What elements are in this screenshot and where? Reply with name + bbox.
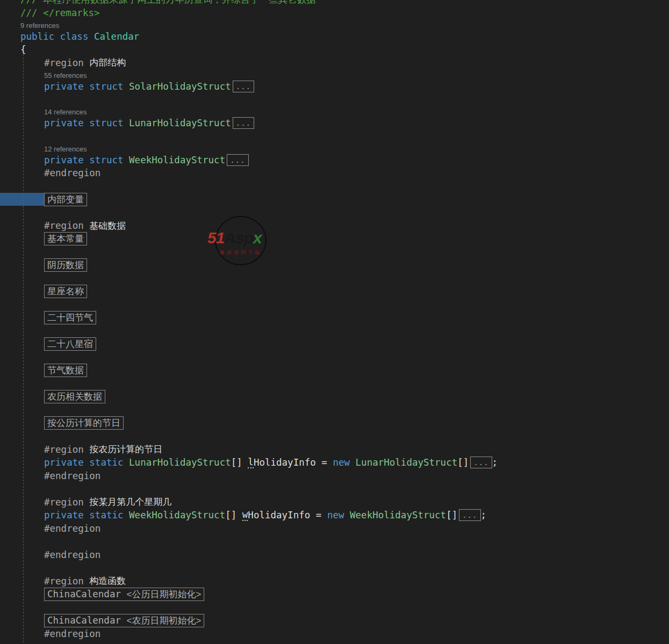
collapsed-code-indicator[interactable]: ... [227,154,248,166]
code-token: struct [89,118,123,128]
collapsed-region-box[interactable]: 阴历数据 [44,258,87,272]
code-token: static [89,457,123,468]
code-token [124,155,130,165]
code-token [350,457,356,468]
collapsed-code-indicator[interactable]: ... [233,117,254,129]
code-line: #endregion [0,627,669,641]
code-token: public [20,31,54,42]
codelens-references[interactable]: 9 references [0,19,669,30]
code-token: HolidayInfo [248,510,310,520]
code-line: #endregion [0,548,669,562]
code-token: LunarHolidayStruct [129,457,231,468]
code-token: private [44,81,84,92]
code-line: private static WeekHolidayStruct[] wHoli… [0,509,669,522]
code-token: /// </remarks> [20,8,100,18]
code-token [124,457,130,468]
code-token [84,118,90,128]
code-token: [] [231,457,248,468]
code-token: #region [44,57,89,68]
blank-line [0,482,669,496]
code-token [344,510,350,520]
code-token: #region [44,497,89,508]
codelens-references[interactable]: 55 references [0,69,669,80]
collapsed-code-indicator[interactable]: ... [459,509,480,521]
blank-line [0,130,669,143]
code-token: #endregion [44,549,100,560]
code-token: LunarHolidayStruct [356,457,458,468]
code-line: private struct SolarHolidayStruct... [0,80,669,93]
blank-line [0,93,669,106]
collapsed-region-box[interactable]: 星座名称 [44,285,87,298]
code-token [88,31,94,42]
code-token: SolarHolidayStruct [129,81,231,92]
code-line: #endregion [0,469,669,483]
code-token: static [89,510,123,520]
code-line-collapsed: 基本常量 [0,233,669,246]
code-line: private static LunarHolidayStruct[] lHol… [0,456,669,469]
collapsed-code-indicator[interactable]: ... [233,81,254,92]
blank-line [0,601,669,614]
code-token: private [44,155,84,165]
code-token: = [316,457,333,468]
code-token: struct [89,81,123,92]
code-token [124,81,130,92]
code-token: /// 本程序使用数据来源于网上的万年历查询，并综合了一些其它数据 [20,0,316,6]
code-token: struct [89,155,123,165]
codelens-references[interactable]: 12 references [0,143,669,154]
code-token: WeekHolidayStruct [129,155,225,165]
collapsed-region-box[interactable]: ChinaCalendar <公历日期初始化> [44,588,204,601]
code-token: 按农历计算的节日 [89,443,162,455]
code-line-collapsed: 二十四节气 [0,312,669,325]
codelens-references[interactable]: 14 references [0,106,669,117]
code-token [124,510,130,520]
blank-line [0,377,669,390]
collapsed-region-box[interactable]: 二十四节气 [44,311,96,324]
code-token: new [327,510,344,520]
code-line-collapsed: 农历相关数据 [0,390,669,404]
code-token [54,31,60,42]
collapsed-region-box[interactable]: 基本常量 [44,232,87,245]
code-editor-viewport: { "editor": { "language": "csharp", "col… [0,0,669,644]
code-token [84,155,90,165]
blank-line [0,351,669,364]
collapsed-code-indicator[interactable]: ... [470,457,492,468]
code-line-collapsed: 星座名称 [0,285,669,299]
code-token: Calendar [94,31,139,42]
collapsed-region-box[interactable]: 二十八星宿 [44,337,96,351]
code-token: #endregion [44,628,100,639]
blank-line [0,298,669,312]
collapsed-region-box[interactable]: ChinaCalendar <农历日期初始化> [44,614,204,627]
code-token: { [20,44,26,55]
code-token: 基础数据 [89,220,126,232]
code-line-collapsed: 节气数据 [0,364,669,378]
code-line: { [0,43,669,56]
code-line: private struct WeekHolidayStruct... [0,154,669,167]
collapsed-region-box[interactable]: 节气数据 [44,364,87,377]
collapsed-region-box[interactable]: 内部变量 [44,193,87,206]
indent-guide-line [23,54,24,644]
blank-line [0,535,669,548]
code-token: = [310,510,327,520]
code-token: 按某月第几个星期几 [89,496,171,508]
collapsed-region-box[interactable]: 按公历计算的节日 [44,416,124,430]
code-token: l [248,457,254,468]
code-token: #endregion [44,471,100,481]
code-token: w [242,509,248,521]
code-token [84,457,90,468]
code-line: /// </remarks> [0,6,669,20]
selection-highlight [0,193,44,206]
code-line: #region 构造函数 [0,575,669,588]
code-token: #region [44,576,89,587]
code-line: #region 内部结构 [0,56,669,70]
editor: /// 本程序使用数据来源于网上的万年历查询，并综合了一些其它数据/// </r… [0,0,669,640]
code-token: [] [446,510,457,520]
code-token: [] [457,457,469,468]
collapsed-region-box[interactable]: 农历相关数据 [44,390,105,403]
code-line: #region 按农历计算的节日 [0,443,669,457]
blank-line [0,561,669,575]
code-token: WeekHolidayStruct [129,510,225,520]
code-line-collapsed: ChinaCalendar <公历日期初始化> [0,588,669,601]
collapsed-region-label: ChinaCalendar [47,589,127,599]
code-token: 构造函数 [89,575,126,587]
code-line: #region 基础数据 [0,219,669,233]
